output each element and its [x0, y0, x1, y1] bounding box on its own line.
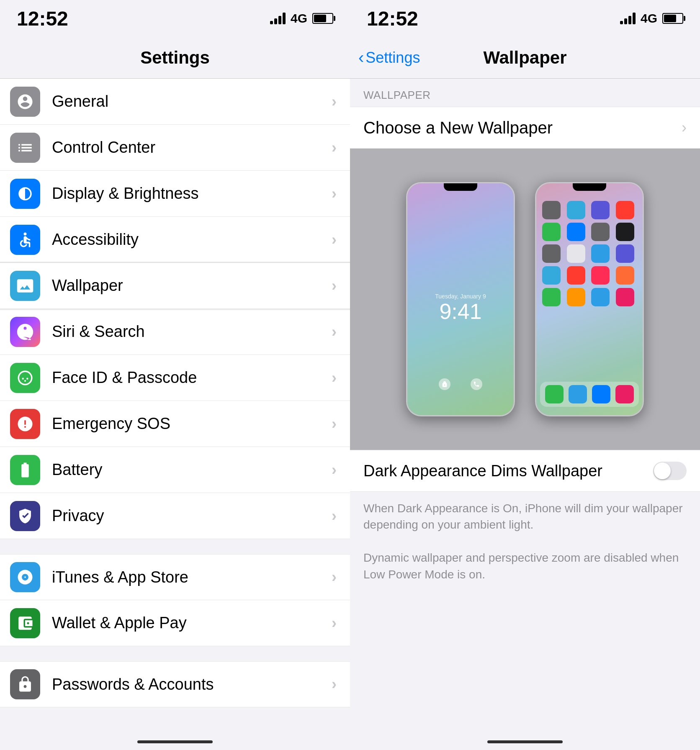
app-icon [542, 223, 561, 241]
wallpaper-preview-container: Tuesday, January 9 9:41 [350, 149, 700, 450]
wallpaper-label: Wallpaper [52, 277, 332, 295]
right-content: WALLPAPER Choose a New Wallpaper › Tuesd… [350, 79, 700, 750]
network-type-label: 4G [291, 11, 307, 26]
back-chevron-icon: ‹ [358, 48, 364, 67]
right-signal-bars-icon [620, 13, 636, 24]
passwords-icon [10, 669, 40, 699]
lock-date: Tuesday, January 9 [435, 293, 486, 300]
accessibility-icon [10, 225, 40, 255]
choose-wallpaper-row[interactable]: Choose a New Wallpaper › [350, 107, 700, 149]
dark-appearance-label: Dark Appearance Dims Wallpaper [363, 462, 653, 480]
right-network-type-label: 4G [641, 11, 657, 26]
itunes-icon [10, 562, 40, 592]
privacy-label: Privacy [52, 507, 332, 525]
passwords-label: Passwords & Accounts [52, 676, 332, 693]
app-icon [591, 201, 610, 219]
itunes-chevron: › [332, 568, 337, 586]
settings-item-passwords[interactable]: Passwords & Accounts › [0, 661, 350, 707]
faceid-icon [10, 363, 40, 393]
left-title-bar: Settings [0, 37, 350, 79]
app-icon [616, 244, 634, 263]
right-panel: 12:52 4G ‹ Settings Wallpaper WALLPAPER … [350, 0, 700, 750]
battery-chevron: › [332, 461, 337, 479]
right-page-title: Wallpaper [483, 48, 566, 68]
app-icon [567, 266, 585, 285]
settings-item-privacy[interactable]: Privacy › [0, 493, 350, 539]
settings-item-itunes[interactable]: iTunes & App Store › [0, 554, 350, 600]
battery-settings-icon [10, 455, 40, 485]
settings-item-accessibility[interactable]: Accessibility › [0, 217, 350, 263]
control-center-label: Control Center [52, 139, 332, 157]
lock-screen-mockup[interactable]: Tuesday, January 9 9:41 [406, 182, 515, 416]
app-icon [567, 288, 585, 306]
right-nav-bar: ‹ Settings Wallpaper [350, 37, 700, 79]
itunes-label: iTunes & App Store [52, 568, 332, 586]
right-battery-icon [662, 13, 683, 24]
left-status-icons: 4G [270, 11, 333, 26]
right-status-bar: 12:52 4G [350, 0, 700, 37]
app-icon [542, 201, 561, 219]
settings-item-wallet[interactable]: Wallet & Apple Pay › [0, 600, 350, 646]
display-icon [10, 179, 40, 209]
sos-chevron: › [332, 415, 337, 433]
sos-label: Emergency SOS [52, 415, 332, 433]
settings-list: General › Control Center › Display & Bri… [0, 79, 350, 750]
app-icon [616, 201, 634, 219]
right-status-icons: 4G [620, 11, 683, 26]
description-line1: When Dark Appearance is On, iPhone will … [350, 492, 700, 533]
left-home-indicator [137, 740, 213, 743]
app-icon [616, 288, 634, 306]
general-label: General [52, 92, 332, 110]
wallpaper-icon [10, 271, 40, 301]
lock-screen-wallpaper: Tuesday, January 9 9:41 [407, 183, 514, 415]
display-label: Display & Brightness [52, 185, 332, 203]
dock-icon [615, 385, 634, 403]
home-screen-wallpaper [536, 183, 643, 415]
app-icon [567, 201, 585, 219]
siri-icon [10, 317, 40, 347]
app-icon [591, 266, 610, 285]
wallet-icon [10, 608, 40, 638]
right-time: 12:52 [367, 7, 418, 30]
sos-icon [10, 409, 40, 439]
settings-item-display[interactable]: Display & Brightness › [0, 171, 350, 217]
settings-item-sos[interactable]: Emergency SOS › [0, 401, 350, 447]
app-icon [591, 223, 610, 241]
left-status-bar: 12:52 4G [0, 0, 350, 37]
app-icon [542, 244, 561, 263]
settings-item-battery[interactable]: Battery › [0, 447, 350, 493]
choose-wallpaper-chevron: › [682, 119, 687, 136]
settings-item-control-center[interactable]: Control Center › [0, 125, 350, 171]
settings-group-3: Passwords & Accounts › [0, 661, 350, 707]
control-center-icon [10, 133, 40, 163]
siri-label: Siri & Search [52, 323, 332, 341]
svg-point-0 [24, 232, 27, 235]
back-button[interactable]: ‹ Settings [358, 48, 420, 67]
home-screen-mockup[interactable] [535, 182, 644, 416]
back-label: Settings [365, 49, 420, 67]
left-page-title: Settings [140, 48, 210, 68]
settings-item-general[interactable]: General › [0, 79, 350, 125]
settings-item-siri[interactable]: Siri & Search › [0, 309, 350, 355]
battery-label: Battery [52, 461, 332, 479]
dark-appearance-toggle[interactable] [653, 462, 687, 480]
siri-chevron: › [332, 323, 337, 341]
accessibility-label: Accessibility [52, 231, 332, 249]
dock-icon [545, 385, 564, 403]
dark-appearance-row: Dark Appearance Dims Wallpaper [350, 450, 700, 492]
accessibility-chevron: › [332, 231, 337, 249]
app-icon [616, 223, 634, 241]
control-center-chevron: › [332, 139, 337, 157]
choose-wallpaper-label: Choose a New Wallpaper [363, 118, 682, 137]
app-icon [542, 266, 561, 285]
settings-group-2: iTunes & App Store › Wallet & Apple Pay … [0, 554, 350, 646]
privacy-chevron: › [332, 507, 337, 525]
settings-item-wallpaper[interactable]: Wallpaper › [0, 263, 350, 309]
left-time: 12:52 [17, 7, 68, 30]
dock-icon [592, 385, 610, 403]
right-home-indicator [487, 740, 563, 743]
settings-item-faceid[interactable]: Face ID & Passcode › [0, 355, 350, 401]
privacy-icon [10, 501, 40, 531]
group-separator-1 [0, 539, 350, 554]
app-icon [567, 223, 585, 241]
